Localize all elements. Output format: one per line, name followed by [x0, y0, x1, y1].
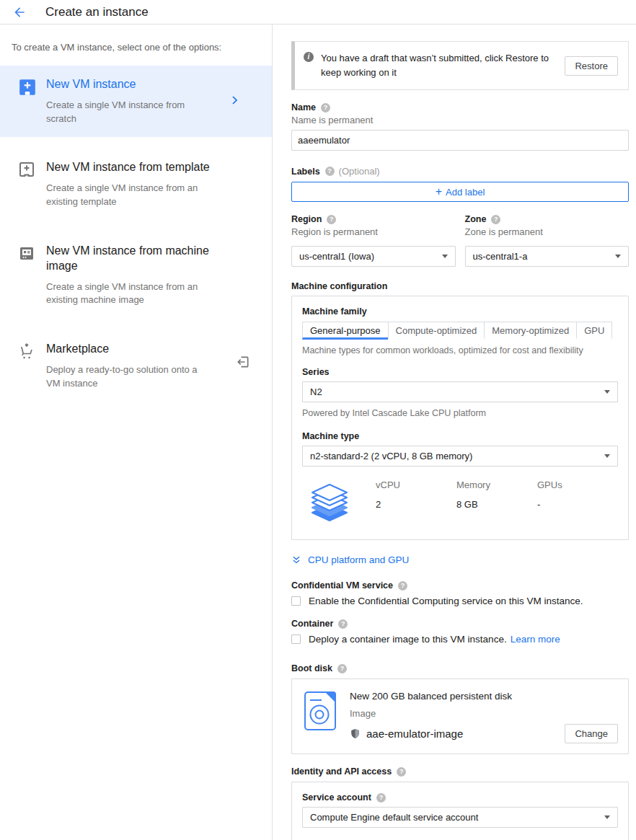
sidebar-item-title: New VM instance from machine image [46, 244, 221, 274]
machine-config-card: Machine family General-purpose Compute-o… [291, 296, 629, 540]
info-icon: i [304, 52, 314, 62]
confidential-vm-section: Confidential VM service ? Enable the Con… [291, 580, 629, 606]
confidential-vm-text: Enable the Confidential Computing servic… [309, 596, 583, 606]
vm-instance-icon [18, 78, 37, 97]
vcpu-value: 2 [376, 499, 456, 510]
container-text: Deploy a container image to this VM inst… [309, 634, 507, 645]
summary-memory: Memory 8 GB [456, 479, 537, 510]
sidebar-item-marketplace[interactable]: Marketplace Deploy a ready-to-go solutio… [0, 330, 272, 402]
name-input[interactable] [291, 130, 629, 151]
change-boot-disk-button[interactable]: Change [565, 724, 618, 743]
container-checkbox[interactable] [291, 635, 301, 644]
help-icon[interactable]: ? [337, 664, 347, 673]
zone-field: Zone ? Zone is permanent us-central1-a [465, 214, 630, 267]
page-title: Create an instance [45, 5, 149, 19]
region-select[interactable]: us-central1 (Iowa) [291, 246, 456, 267]
vm-template-icon [18, 161, 37, 180]
identity-label: Identity and API access [291, 766, 392, 777]
machine-family-tabs: General-purpose Compute-optimized Memory… [302, 322, 618, 340]
machine-image-icon [18, 244, 37, 263]
cpu-platform-gpu-expander[interactable]: CPU platform and GPU [291, 554, 629, 565]
service-account-label: Service account [302, 792, 371, 803]
sidebar-item-new-vm-from-machine-image[interactable]: New VM instance from machine image Creat… [0, 232, 272, 319]
help-icon[interactable]: ? [338, 619, 348, 629]
gpus-value: - [537, 499, 618, 510]
sidebar-item-new-vm-instance[interactable]: New VM instance Create a single VM insta… [0, 66, 272, 137]
tab-general-purpose[interactable]: General-purpose [302, 322, 389, 340]
labels-section: Labels ? (Optional) + Add label [291, 166, 629, 202]
create-options-sidebar: To create a VM instance, select one of t… [0, 25, 273, 840]
container-section: Container ? Deploy a container image to … [291, 619, 629, 645]
region-value: us-central1 (Iowa) [299, 251, 374, 262]
zone-hint: Zone is permanent [465, 226, 630, 237]
series-select[interactable]: N2 [302, 381, 618, 402]
tab-memory-optimized[interactable]: Memory-optimized [484, 322, 577, 340]
sidebar-item-desc: Deploy a ready-to-go solution onto a VM … [46, 363, 202, 391]
identity-section: Identity and API access ? Service accoun… [291, 766, 629, 840]
vcpu-header: vCPU [376, 479, 456, 490]
sidebar-item-title: Marketplace [46, 342, 202, 357]
machine-type-select[interactable]: n2-standard-2 (2 vCPU, 8 GB memory) [302, 446, 618, 467]
plus-icon: + [436, 185, 442, 198]
help-icon[interactable]: ? [327, 215, 336, 224]
help-icon[interactable]: ? [397, 767, 406, 777]
machine-type-label: Machine type [302, 431, 359, 441]
back-arrow-icon[interactable] [12, 4, 28, 20]
machine-configuration-section: Machine configuration Machine family Gen… [291, 281, 629, 540]
machine-family-hint: Machine types for common workloads, opti… [302, 345, 618, 355]
help-icon[interactable]: ? [376, 793, 386, 803]
marketplace-cart-icon [18, 342, 37, 361]
service-account-select[interactable]: Compute Engine default service account [302, 807, 618, 828]
machine-family-label: Machine family [302, 306, 367, 317]
region-hint: Region is permanent [291, 226, 456, 237]
confidential-vm-checkbox[interactable] [291, 596, 301, 606]
machine-config-label: Machine configuration [291, 281, 387, 291]
gpus-header: GPUs [537, 479, 618, 490]
tab-gpu[interactable]: GPU [576, 322, 612, 340]
boot-disk-image-label: Image [350, 708, 618, 719]
dropdown-caret-icon [604, 390, 610, 394]
summary-gpus: GPUs - [537, 479, 618, 510]
summary-vcpu: vCPU 2 [376, 479, 456, 510]
cpu-platform-gpu-label: CPU platform and GPU [308, 554, 409, 565]
instance-form: i You have a draft that wasn’t submitted… [273, 25, 636, 840]
region-label: Region [291, 214, 322, 224]
learn-more-link[interactable]: Learn more [511, 634, 560, 645]
draft-banner-text: You have a draft that wasn’t submitted, … [321, 51, 552, 80]
help-icon[interactable]: ? [321, 103, 330, 112]
boot-disk-image-name: aae-emulator-image [366, 728, 463, 740]
region-zone-section: Region ? Region is permanent us-central1… [291, 214, 629, 267]
top-bar: Create an instance [0, 0, 636, 25]
add-label-text: Add label [446, 187, 485, 198]
sidebar-item-desc: Create a single VM instance from an exis… [46, 280, 202, 308]
sidebar-item-title: New VM instance [46, 77, 202, 92]
sidebar-item-new-vm-from-template[interactable]: New VM instance from template Create a s… [0, 149, 272, 220]
sidebar-item-desc: Create a single VM instance from an exis… [46, 182, 202, 209]
name-section: Name ? Name is permanent [291, 102, 629, 151]
chevron-right-icon [229, 94, 240, 108]
sidebar-intro: To create a VM instance, select one of t… [0, 25, 272, 57]
boot-disk-card: New 200 GB balanced persistent disk Imag… [291, 678, 629, 754]
help-icon[interactable]: ? [398, 581, 407, 591]
add-label-button[interactable]: + Add label [291, 182, 629, 202]
help-icon[interactable]: ? [325, 167, 335, 176]
layers-icon [302, 481, 358, 528]
sidebar-item-title: New VM instance from template [46, 160, 210, 175]
dropdown-caret-icon [615, 255, 621, 258]
series-hint: Powered by Intel Cascade Lake CPU platfo… [302, 408, 618, 418]
region-field: Region ? Region is permanent us-central1… [291, 214, 456, 267]
series-value: N2 [310, 386, 322, 397]
shielded-vm-icon [350, 728, 361, 740]
open-marketplace-icon[interactable] [236, 355, 250, 369]
restore-button[interactable]: Restore [565, 56, 618, 76]
draft-banner: i You have a draft that wasn’t submitted… [291, 41, 629, 90]
confidential-vm-label: Confidential VM service [291, 580, 393, 591]
dropdown-caret-icon [604, 815, 610, 819]
name-hint: Name is permanent [291, 115, 629, 125]
tab-compute-optimized[interactable]: Compute-optimized [388, 322, 485, 340]
help-icon[interactable]: ? [491, 215, 500, 224]
container-label: Container [291, 619, 333, 629]
double-chevron-down-icon [291, 555, 301, 565]
boot-disk-icon [304, 691, 337, 743]
zone-select[interactable]: us-central1-a [465, 246, 630, 267]
